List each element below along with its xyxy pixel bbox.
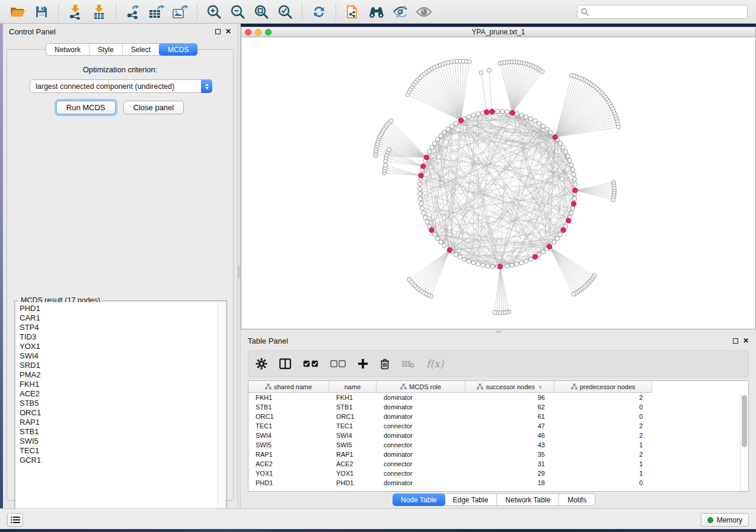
network-node[interactable] xyxy=(552,240,556,244)
network-node[interactable] xyxy=(428,149,432,153)
mcds-result-item[interactable]: CAR1 xyxy=(20,313,218,323)
mcds-result-item[interactable]: STP4 xyxy=(20,323,218,332)
criterion-dropdown[interactable]: largest connected component (undirected) xyxy=(30,79,212,93)
network-node[interactable] xyxy=(617,125,621,129)
run-mcds-button[interactable]: Run MCDS xyxy=(56,101,116,114)
function-builder-icon[interactable]: f(x) xyxy=(426,358,444,370)
network-node[interactable] xyxy=(454,252,458,257)
mcds-network-node[interactable] xyxy=(421,164,426,168)
table-row[interactable]: YOX1YOX1connector291 xyxy=(248,469,740,478)
tab-motifs[interactable]: Motifs xyxy=(559,494,595,505)
table-settings-gear-icon[interactable] xyxy=(256,358,267,370)
network-node[interactable] xyxy=(442,243,446,248)
search-network-icon[interactable] xyxy=(366,3,387,21)
memory-button[interactable]: Memory xyxy=(701,513,749,527)
network-node[interactable] xyxy=(569,163,573,167)
splitter-handle[interactable] xyxy=(496,331,502,333)
network-node[interactable] xyxy=(558,232,562,236)
network-node[interactable] xyxy=(567,158,572,162)
tab-edge-table[interactable]: Edge Table xyxy=(445,494,497,505)
mcds-result-item[interactable]: ORC1 xyxy=(20,408,218,418)
mcds-network-node[interactable] xyxy=(553,134,557,139)
mcds-result-item[interactable]: PHD1 xyxy=(20,304,218,313)
show-graphics-icon[interactable] xyxy=(414,3,434,21)
show-log-button[interactable] xyxy=(7,513,23,527)
hide-details-icon[interactable] xyxy=(390,3,410,21)
network-node[interactable] xyxy=(505,264,509,268)
network-node[interactable] xyxy=(487,68,492,72)
close-panel-icon[interactable]: ✕ xyxy=(743,337,749,344)
deselect-all-columns-icon[interactable] xyxy=(330,360,346,367)
network-node[interactable] xyxy=(432,141,436,145)
table-row[interactable]: ORC1ORC1dominator610 xyxy=(248,412,740,421)
network-node[interactable] xyxy=(435,137,439,142)
network-node[interactable] xyxy=(524,259,528,263)
float-panel-icon[interactable] xyxy=(215,29,221,34)
close-panel-button[interactable]: Close panel xyxy=(123,101,184,114)
network-canvas[interactable] xyxy=(241,37,755,329)
table-row[interactable]: STB1STB1dominator620 xyxy=(248,402,740,412)
network-node[interactable] xyxy=(510,263,514,267)
network-node[interactable] xyxy=(505,110,509,114)
share-document-icon[interactable] xyxy=(343,3,363,21)
mcds-network-node[interactable] xyxy=(497,264,502,269)
network-node[interactable] xyxy=(476,112,480,116)
save-session-icon[interactable] xyxy=(31,3,52,21)
tab-network-table[interactable]: Network Table xyxy=(497,494,559,505)
network-node[interactable] xyxy=(570,168,575,172)
network-node[interactable] xyxy=(563,149,567,153)
mcds-network-node[interactable] xyxy=(458,118,463,123)
network-node[interactable] xyxy=(471,261,476,265)
export-table-icon[interactable] xyxy=(146,3,167,21)
network-node[interactable] xyxy=(432,232,436,236)
network-node[interactable] xyxy=(417,187,422,191)
table-scrollbar-thumb[interactable] xyxy=(742,395,747,447)
network-node[interactable] xyxy=(541,124,545,128)
network-node[interactable] xyxy=(537,121,541,126)
mcds-network-node[interactable] xyxy=(447,248,452,252)
mcds-result-item[interactable]: GCR1 xyxy=(20,456,218,465)
network-node[interactable] xyxy=(467,60,471,64)
network-node[interactable] xyxy=(389,118,393,123)
tab-select[interactable]: Select xyxy=(123,44,160,55)
network-node[interactable] xyxy=(481,263,485,267)
network-node[interactable] xyxy=(418,192,422,196)
table-row[interactable]: FKH1FKH1dominator962 xyxy=(248,393,740,402)
mcds-network-node[interactable] xyxy=(490,109,495,114)
close-panel-icon[interactable]: ✕ xyxy=(225,28,231,35)
network-node[interactable] xyxy=(423,216,428,220)
delete-column-trash-icon[interactable] xyxy=(380,358,390,370)
search-input[interactable] xyxy=(577,5,748,19)
mcds-result-list[interactable]: PHD1CAR1STP4TID3YOX1SWI4SRD1PMA2FKH1ACE2… xyxy=(16,302,218,519)
network-node[interactable] xyxy=(572,292,576,296)
network-node[interactable] xyxy=(573,182,577,186)
column-header-name[interactable]: name xyxy=(329,381,377,393)
network-node[interactable] xyxy=(569,211,573,215)
mcds-result-item[interactable]: TEC1 xyxy=(20,446,218,456)
mcds-result-item[interactable]: TID3 xyxy=(20,332,218,342)
mcds-result-scrollbar[interactable] xyxy=(218,302,225,519)
network-node[interactable] xyxy=(572,197,576,201)
network-node[interactable] xyxy=(519,113,524,117)
network-window-titlebar[interactable]: YPA_prune.txt_1 xyxy=(241,27,755,37)
network-node[interactable] xyxy=(446,127,450,131)
mcds-network-node[interactable] xyxy=(571,201,576,206)
network-node[interactable] xyxy=(407,277,412,281)
network-node[interactable] xyxy=(462,257,467,261)
network-node[interactable] xyxy=(541,249,545,254)
table-scrollbar[interactable] xyxy=(740,393,748,491)
mcds-network-node[interactable] xyxy=(424,155,429,160)
network-node[interactable] xyxy=(467,115,471,119)
mcds-network-node[interactable] xyxy=(532,254,537,259)
network-node[interactable] xyxy=(524,115,528,119)
import-table-icon[interactable] xyxy=(89,3,109,21)
network-node[interactable] xyxy=(555,236,559,241)
export-network-icon[interactable] xyxy=(123,3,143,21)
network-node[interactable] xyxy=(493,310,497,315)
network-node[interactable] xyxy=(435,236,439,241)
network-node[interactable] xyxy=(500,110,505,114)
network-node[interactable] xyxy=(572,172,576,177)
column-header-mcds-role[interactable]: MCDS role xyxy=(377,381,465,393)
mcds-result-item[interactable]: STB5 xyxy=(20,399,218,408)
zoom-in-icon[interactable] xyxy=(204,3,224,21)
